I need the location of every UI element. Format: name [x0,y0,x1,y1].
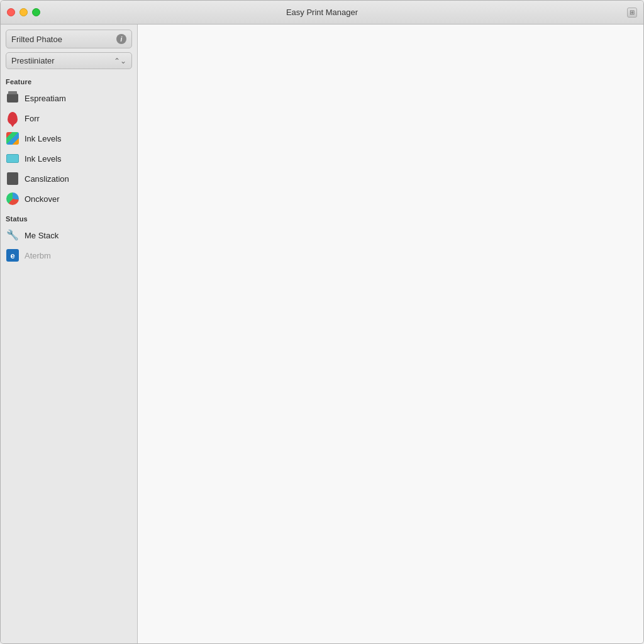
window-resize-button[interactable] [627,8,637,18]
me-stack-label: Me Stack [25,231,58,240]
canslization-label: Canslization [25,174,69,184]
printer-name-label: Frilted Phatoe [11,35,62,44]
sidebar: Frilted Phatoe i Prestiiniater ⌃⌄ Featur… [1,25,138,643]
status-section-header: Status [1,209,137,225]
titlebar: Easy Print Manager [1,1,643,25]
close-button[interactable] [7,8,15,16]
tools-icon [6,228,19,242]
preset-label: Prestiiniater [11,56,55,65]
window-controls [7,8,40,16]
sidebar-item-forr[interactable]: Forr [1,108,137,128]
pie-icon [6,192,19,206]
window-title: Easy Print Manager [286,8,358,17]
print-icon [6,91,19,105]
sidebar-item-canslization[interactable]: Canslization [1,169,137,189]
dropdown-arrow-icon: ⌃⌄ [114,57,126,65]
printer-name-row[interactable]: Frilted Phatoe i [6,30,132,48]
sidebar-item-ink-levels-1[interactable]: Ink Levels [1,128,137,148]
maximize-button[interactable] [32,8,40,16]
sidebar-item-espreatiam[interactable]: Espreatiam [1,88,137,108]
info-icon[interactable]: i [116,34,126,44]
espreatiam-label: Espreatiam [25,94,66,103]
feature-section-header: Feature [1,72,137,88]
sidebar-item-aterbm[interactable]: e Aterbm [1,245,137,265]
ink-levels-1-label: Ink Levels [25,134,62,143]
forr-label: Forr [25,114,40,123]
device-icon [6,172,19,186]
main-content-panel [138,25,643,643]
sidebar-item-ink-levels-2[interactable]: Ink Levels [1,148,137,169]
main-window: Easy Print Manager Frilted Phatoe i Pres… [0,0,644,644]
sidebar-item-me-stack[interactable]: Me Stack [1,225,137,245]
blue-e-icon: e [6,248,19,262]
minimize-button[interactable] [19,8,28,16]
onckover-label: Onckover [25,194,60,204]
ink-cyan-icon [6,152,19,165]
content-area: Frilted Phatoe i Prestiiniater ⌃⌄ Featur… [1,25,643,643]
ink-colorful-icon [6,131,19,145]
sidebar-item-onckover[interactable]: Onckover [1,189,137,209]
aterbm-label: Aterbm [25,251,51,260]
ink-levels-2-label: Ink Levels [25,154,62,164]
location-icon [6,111,19,125]
preset-row[interactable]: Prestiiniater ⌃⌄ [6,52,132,69]
